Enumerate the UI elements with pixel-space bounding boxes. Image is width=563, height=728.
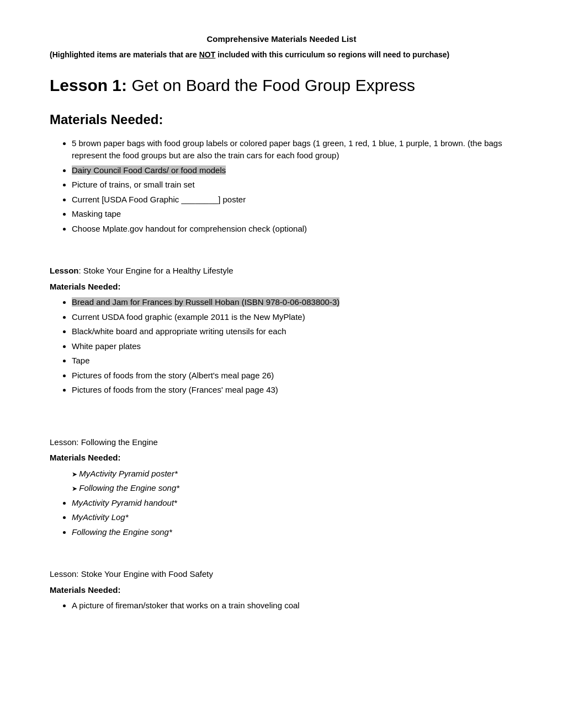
list-item: Bread and Jam for Frances by Russell Hob… <box>72 296 513 309</box>
sub-lesson1-label: Lesson: Stoke Your Engine for a Healthy … <box>50 265 513 277</box>
sub-lesson2-materials-heading: Materials Needed: <box>50 452 513 464</box>
list-item-text: Masking tape <box>72 209 121 218</box>
list-item: Tape <box>72 355 513 367</box>
list-item: Picture of trains, or small train set <box>72 179 513 191</box>
sub-lesson1-label-rest: : Stoke Your Engine for a Healthy Lifest… <box>79 266 233 275</box>
list-item-text-highlighted: Bread and Jam for Frances by Russell Hob… <box>72 297 339 307</box>
list-item-text: Current [USDA Food Graphic ________] pos… <box>72 195 246 204</box>
list-item-text: Tape <box>72 356 90 365</box>
list-item: MyActivity Pyramid handout* <box>72 497 513 510</box>
list-item: Dairy Council Food Cards/ or food models <box>72 164 513 177</box>
list-item: Masking tape <box>72 208 513 221</box>
header-title: Comprehensive Materials Needed List <box>207 34 357 44</box>
sub-lesson2-bullet-list: MyActivity Pyramid handout* MyActivity L… <box>72 497 513 539</box>
list-item: Pictures of foods from the story (France… <box>72 384 513 397</box>
sub-lesson1-materials-heading: Materials Needed: <box>50 281 513 293</box>
sub-lesson1-materials-list: Bread and Jam for Frances by Russell Hob… <box>72 296 513 397</box>
header-title-block: Comprehensive Materials Needed List <box>50 33 513 46</box>
list-item-text: Choose Mplate.gov handout for comprehens… <box>72 224 307 233</box>
list-item: Choose Mplate.gov handout for comprehens… <box>72 223 513 235</box>
list-item-text: Following the Engine song* <box>79 483 179 493</box>
list-item: Following the Engine song* <box>72 526 513 539</box>
list-item: Following the Engine song* <box>72 482 513 495</box>
sub-lesson3-materials-list: A picture of fireman/stoker that works o… <box>72 599 513 612</box>
list-item-text: Black/white board and appropriate writin… <box>72 326 286 336</box>
list-item: A picture of fireman/stoker that works o… <box>72 599 513 612</box>
list-item-text: Pictures of foods from the story (France… <box>72 385 278 394</box>
lesson1-materials-list: 5 brown paper bags with food group label… <box>72 137 513 235</box>
list-item: Pictures of foods from the story (Albert… <box>72 370 513 382</box>
list-item: MyActivity Pyramid poster* <box>72 468 513 480</box>
list-item: 5 brown paper bags with food group label… <box>72 137 513 162</box>
list-item: White paper plates <box>72 340 513 353</box>
header-note-suffix: included with this curriculum so regions… <box>215 50 449 59</box>
list-item: Current USDA food graphic (example 2011 … <box>72 311 513 324</box>
list-item-text: Current USDA food graphic (example 2011 … <box>72 312 305 322</box>
list-item: Current [USDA Food Graphic ________] pos… <box>72 194 513 206</box>
lesson1-title: Lesson 1: Get on Board the Food Group Ex… <box>50 73 513 98</box>
header-note: (Highlighted items are materials that ar… <box>50 49 513 61</box>
list-item-text: Following the Engine song* <box>72 527 172 537</box>
list-item-text-highlighted: Dairy Council Food Cards/ or food models <box>72 165 226 175</box>
sub-lesson1-label-bold: Lesson <box>50 266 79 275</box>
lesson1-materials-heading: Materials Needed: <box>50 110 513 130</box>
sub-lesson3-materials-heading: Materials Needed: <box>50 584 513 597</box>
list-item: Black/white board and appropriate writin… <box>72 325 513 338</box>
sub-lesson2-arrow-list: MyActivity Pyramid poster* Following the… <box>72 468 513 495</box>
lesson1-title-bold: Lesson 1: <box>50 76 127 94</box>
list-item-text: A picture of fireman/stoker that works o… <box>72 601 300 610</box>
list-item: MyActivity Log* <box>72 511 513 524</box>
list-item-text: Picture of trains, or small train set <box>72 180 195 189</box>
sub-lesson2-label: Lesson: Following the Engine <box>50 436 513 449</box>
sub-lesson3-label: Lesson: Stoke Your Engine with Food Safe… <box>50 568 513 581</box>
lesson1-title-rest: Get on Board the Food Group Express <box>127 76 415 94</box>
list-item-text: MyActivity Pyramid handout* <box>72 498 177 507</box>
list-item-text: 5 brown paper bags with food group label… <box>72 138 502 160</box>
list-item-text: MyActivity Log* <box>72 512 129 522</box>
header-note-prefix: (Highlighted items are materials that ar… <box>50 50 199 59</box>
list-item-text: MyActivity Pyramid poster* <box>79 469 177 478</box>
header-note-not: NOT <box>199 50 216 59</box>
list-item-text: Pictures of foods from the story (Albert… <box>72 371 274 380</box>
list-item-text: White paper plates <box>72 341 141 351</box>
